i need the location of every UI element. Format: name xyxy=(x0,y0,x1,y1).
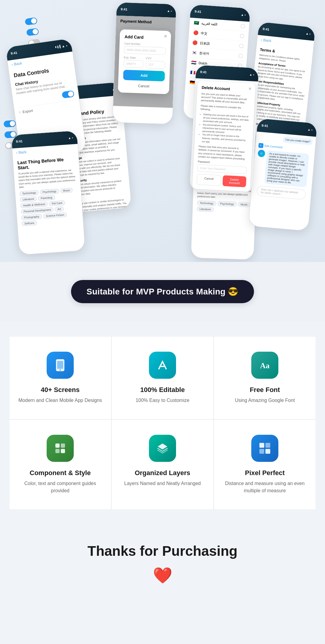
delete-item-3: You will no longer have access to the fe… xyxy=(202,133,249,146)
phone-last-thing: 9:41 ▲ ▪ ‹Back Last Thing Before We Star… xyxy=(11,130,85,255)
modal-close-btn[interactable]: ✕ xyxy=(164,34,168,39)
svg-rect-9 xyxy=(259,443,264,448)
modal-title: Add Card xyxy=(125,34,166,41)
tag-technology[interactable]: Technology xyxy=(19,190,39,196)
tag-scifi[interactable]: Science Fiction xyxy=(43,212,67,219)
svg-rect-5 xyxy=(55,443,60,448)
chat-placeholder: How can I optimize my website for better… xyxy=(261,188,302,198)
thanks-section: Thanks for Purchasing ❤️ xyxy=(0,522,325,609)
feature-organized-layers: Organized Layers Layers Named and Neatly… xyxy=(111,419,214,510)
tag-lit-2[interactable]: Literature xyxy=(197,207,214,212)
features-section: 40+ Screens Modern and Clean Mobile App … xyxy=(0,321,325,522)
component-icon-wrap xyxy=(47,435,74,462)
ai-avatar: U xyxy=(258,150,265,157)
phone-delete: 9:41 ▲ ▪ ✕ Delete Account Are you sure y… xyxy=(189,65,259,194)
editable-desc: 100% Easy to Customize xyxy=(136,397,190,404)
font-desc: Using Amazing Google Font xyxy=(235,397,295,404)
delete-list: Deleting your account will result in the… xyxy=(199,113,250,146)
mvp-badge: Suitable for MVP Products Making 😎 xyxy=(71,280,254,303)
svg-rect-7 xyxy=(55,449,60,453)
mockup-section: 9:41 ▲ ▪ ‹ Back Data Controls Chat Histo… xyxy=(0,0,325,262)
tag-petcare[interactable]: Pet Care xyxy=(49,200,65,206)
tag-tech-2[interactable]: Technology xyxy=(197,201,216,206)
svg-rect-1 xyxy=(57,361,63,369)
layers-title: Organized Layers xyxy=(135,469,190,477)
chat-input[interactable]: How can I optimize my website for better… xyxy=(257,185,306,200)
editable-icon-wrap xyxy=(149,352,176,379)
tag-art[interactable]: Art xyxy=(54,206,64,212)
font-icon-wrap: Aa xyxy=(251,352,278,379)
feature-free-font: Aa Free Font Using Amazing Google Font xyxy=(214,336,316,419)
layers-icon-svg xyxy=(155,441,170,456)
features-grid-row1: 40+ Screens Modern and Clean Mobile App … xyxy=(9,336,316,419)
tag-photography[interactable]: Photography xyxy=(21,214,42,220)
tag-personal[interactable]: Personal Development xyxy=(21,207,54,214)
tag-health[interactable]: Health & Wellness xyxy=(20,201,48,208)
tag-psych-2[interactable]: Psychology xyxy=(217,201,237,207)
flag-nl: 🇳🇱 xyxy=(191,60,196,65)
cvv-input[interactable]: 123 xyxy=(145,61,165,69)
svg-text:Aa: Aa xyxy=(260,361,270,370)
signal-bar-2 xyxy=(57,45,59,48)
add-card-modal: Add Card ✕ Card Number 0000 0000 0000 00… xyxy=(113,16,176,108)
flag-de: 🇩🇪 xyxy=(190,80,195,85)
export-btn[interactable]: ↑ Export xyxy=(19,102,76,114)
radio-japanese[interactable] xyxy=(239,44,244,48)
phone-payment: 9:41 ▲ ▪ Payment Method + + Add New Card… xyxy=(112,2,177,125)
cancel-card-btn[interactable]: Cancel xyxy=(123,83,165,89)
signal-bar-3 xyxy=(59,45,61,48)
svg-rect-8 xyxy=(61,449,65,453)
radio-korean[interactable] xyxy=(238,54,243,58)
delete-cancel-btn[interactable]: Cancel xyxy=(197,174,221,186)
flag-fr: 🇫🇷 xyxy=(190,70,196,75)
feature-component-style: Component & Style Color, text and compon… xyxy=(9,419,111,510)
radio-arabic[interactable] xyxy=(240,24,245,28)
chat-toggle[interactable] xyxy=(62,90,75,98)
feature-editable: 100% Editable 100% Easy to Customize xyxy=(111,336,214,419)
card-number-input[interactable]: 0000 0000 0000 0000 xyxy=(124,46,166,55)
pixel-title: Pixel Perfect xyxy=(245,469,285,477)
export-label: Export xyxy=(22,108,33,114)
svg-rect-11 xyxy=(259,449,264,454)
tags-2: Technology Psychology Music Literature xyxy=(197,201,251,213)
toggle-2[interactable] xyxy=(26,28,39,36)
svg-rect-10 xyxy=(265,443,270,448)
flag-cn: 🔴 xyxy=(193,30,198,35)
component-icon-svg xyxy=(53,441,67,456)
pixel-desc: Distance and measure using an even multi… xyxy=(223,480,307,494)
signal-bar-1 xyxy=(55,46,57,48)
delete-title: Delete Account xyxy=(202,85,251,92)
exp-date-input[interactable]: MM/YY xyxy=(123,60,143,68)
delete-warning: Are you sure you want to delete your acc… xyxy=(201,92,251,105)
toggle-4[interactable] xyxy=(4,120,16,128)
tag-music-2[interactable]: Music xyxy=(238,202,250,207)
ai-msg: U As a text-based AI model, I'm unable t… xyxy=(255,150,311,188)
toggle-1[interactable] xyxy=(25,17,38,25)
tag-parenting[interactable]: Parenting xyxy=(38,195,55,201)
tag-literature[interactable]: Literature xyxy=(20,196,37,202)
delete-pass-input[interactable]: Enter Your Password xyxy=(197,164,247,174)
screens-desc: Modern and Clean Mobile App Designs xyxy=(18,397,102,404)
delete-confirm-btn[interactable]: Delete Account xyxy=(222,175,246,187)
delete-consider: Please take a moment to consider the fol… xyxy=(200,104,250,113)
add-card-submit-btn[interactable]: Add xyxy=(123,70,165,82)
flag-arabic: 🇸🇦 xyxy=(194,20,199,25)
tags-1: Technology Psychology Music Literature P… xyxy=(19,187,79,226)
tag-psychology[interactable]: Psychology xyxy=(40,188,59,194)
exp-date-label: Exp. Date xyxy=(124,56,143,60)
radio-chinese[interactable] xyxy=(240,34,244,38)
ai-bubble: As a text-based AI model, I'm unable to … xyxy=(264,150,309,187)
flag-kr: 🇰🇷 xyxy=(192,50,197,55)
delete-note: Please note that once your account is de… xyxy=(198,145,248,161)
flag-jp: 🔴 xyxy=(192,40,198,45)
pixel-icon-svg xyxy=(258,441,272,456)
tag-music[interactable]: Music xyxy=(60,188,73,193)
tag-selfcare[interactable]: Selfcare xyxy=(21,220,37,226)
heart-icon: ❤️ xyxy=(6,566,319,585)
font-icon-svg: Aa xyxy=(258,358,272,372)
thanks-title: Thanks for Purchasing xyxy=(6,543,319,559)
chat-body: Can you create image? ✎ Edit Command U A… xyxy=(251,132,316,204)
pixel-icon-wrap xyxy=(251,435,278,462)
delete-close-icon[interactable]: ✕ xyxy=(248,86,252,91)
cvv-label: CVV xyxy=(146,57,165,60)
